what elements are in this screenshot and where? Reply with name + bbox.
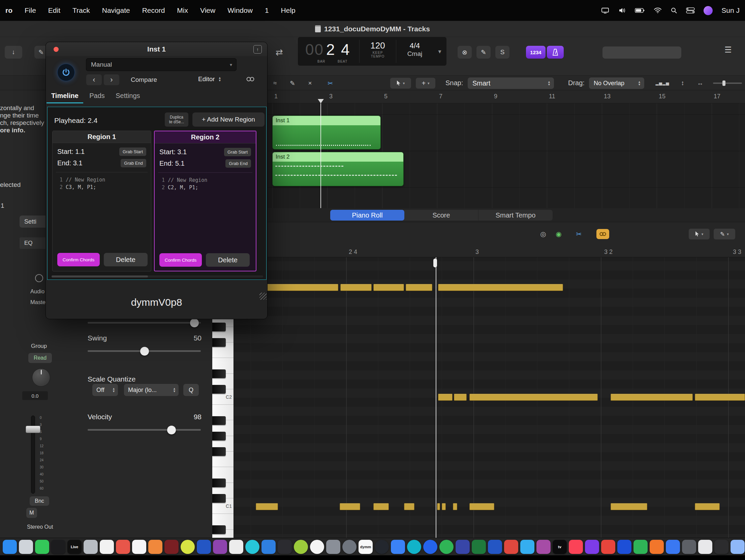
dock-icon[interactable] xyxy=(585,540,599,554)
midi-note[interactable] xyxy=(453,503,457,510)
dock-icon[interactable] xyxy=(229,540,243,554)
group-label[interactable]: Group xyxy=(31,343,47,350)
dock-icon[interactable] xyxy=(601,540,615,554)
lcd-chevron-icon[interactable]: ▾ xyxy=(433,37,446,66)
custom-control-pill[interactable] xyxy=(602,46,681,59)
midi-note[interactable] xyxy=(442,503,446,510)
user-avatar[interactable] xyxy=(704,6,713,15)
dock-icon[interactable] xyxy=(456,540,470,554)
confirm-chords-button[interactable]: Confirm Chords xyxy=(159,253,202,267)
snap-select[interactable]: Smart ▲▼ xyxy=(468,77,554,89)
menu-item[interactable]: Window xyxy=(227,6,253,14)
velocity-slider-track[interactable] xyxy=(88,429,201,431)
dock-icon[interactable] xyxy=(407,540,421,554)
volume-fader-cap[interactable] xyxy=(26,426,40,433)
midi-note[interactable] xyxy=(340,284,372,291)
dock-icon[interactable] xyxy=(342,540,356,554)
tracks-ruler[interactable]: 1357911131517 xyxy=(268,90,745,103)
scissors-icon[interactable]: ✂ xyxy=(324,78,336,88)
stereo-circle-icon[interactable] xyxy=(35,274,43,282)
grab-end-button[interactable]: Grab End xyxy=(225,159,251,168)
pr-ruler[interactable]: 2 433 23 3 xyxy=(234,246,745,257)
black-key[interactable] xyxy=(212,323,226,331)
bounce-button[interactable]: Bnc xyxy=(30,496,49,506)
playhead[interactable] xyxy=(320,103,321,208)
forward-button[interactable]: › xyxy=(104,74,119,85)
lcd-signature[interactable]: 4/4 Cmaj xyxy=(396,37,433,66)
pencil-icon[interactable]: ✎ xyxy=(286,78,299,88)
dock-icon[interactable] xyxy=(3,540,17,554)
black-key[interactable] xyxy=(212,525,226,534)
tab-smart-tempo[interactable]: Smart Tempo xyxy=(478,210,553,221)
circle-x-button[interactable]: ⊗ xyxy=(458,46,472,59)
midi-note[interactable] xyxy=(438,284,563,291)
browser-toggle-button[interactable]: ↓ xyxy=(5,46,22,59)
midi-note[interactable] xyxy=(695,394,745,401)
tab-timeline[interactable]: Timeline xyxy=(46,89,83,103)
dock-icon[interactable] xyxy=(520,540,534,554)
vertical-zoom-icon[interactable]: ↕ xyxy=(677,78,689,88)
black-key[interactable] xyxy=(212,416,226,425)
black-key[interactable] xyxy=(212,432,226,440)
h-scrollbar-handle[interactable] xyxy=(52,275,148,277)
swing-slider-knob[interactable] xyxy=(140,347,149,356)
menu-item[interactable]: Edit xyxy=(48,6,60,14)
solo-button[interactable]: S xyxy=(495,46,509,59)
tracks-area[interactable]: 1357911131517 Inst 1 Inst 2 xyxy=(268,90,745,208)
region-card-1[interactable]: Region 1 Start: 1.1 Grab Start End: 3.1 … xyxy=(52,131,151,271)
search-icon[interactable] xyxy=(671,7,677,14)
dock-icon[interactable] xyxy=(650,540,664,554)
secondary-tool-select[interactable]: +▾ xyxy=(416,78,435,89)
eq-slot[interactable]: EQ xyxy=(20,237,49,249)
dock-icon[interactable] xyxy=(19,540,33,554)
grab-start-button[interactable]: Grab Start xyxy=(224,148,251,156)
eraser-icon[interactable]: × xyxy=(304,78,316,88)
black-key[interactable] xyxy=(212,494,226,503)
midi-note[interactable] xyxy=(406,284,432,291)
dock-icon[interactable] xyxy=(245,540,259,554)
midi-note[interactable] xyxy=(611,503,647,510)
back-button[interactable]: ‹ xyxy=(86,74,102,85)
midi-note[interactable] xyxy=(469,503,494,510)
h-scrollbar-track[interactable] xyxy=(52,275,263,277)
menu-item[interactable]: Mix xyxy=(177,6,188,14)
pencil-button[interactable]: ✎ xyxy=(476,46,491,59)
midi-note[interactable] xyxy=(454,394,467,401)
drag-select[interactable]: No Overlap ▲▼ xyxy=(589,77,644,89)
menu-item[interactable]: 1 xyxy=(265,6,269,14)
wifi-icon[interactable] xyxy=(654,7,662,13)
tab-score[interactable]: Score xyxy=(404,210,478,221)
midi-in-icon[interactable]: ◉ xyxy=(553,228,565,240)
dock-icon[interactable] xyxy=(261,540,276,554)
dock-icon[interactable] xyxy=(35,540,49,554)
dock-icon[interactable] xyxy=(504,540,518,554)
region-code-editor[interactable]: 1// New Region 2C3, M, P1; xyxy=(55,176,148,191)
grab-start-button[interactable]: Grab Start xyxy=(119,147,146,156)
dock-icon[interactable] xyxy=(278,540,292,554)
midi-note[interactable] xyxy=(373,503,389,510)
midi-note[interactable] xyxy=(404,503,414,510)
dock-icon[interactable] xyxy=(714,540,728,554)
param-slider-knob[interactable] xyxy=(190,319,199,327)
pointer-tool-select[interactable]: ▾ xyxy=(390,78,411,89)
compare-button[interactable]: Compare xyxy=(131,76,157,84)
black-key[interactable] xyxy=(212,479,226,487)
battery-icon[interactable] xyxy=(635,8,645,13)
menu-item[interactable]: File xyxy=(25,6,36,14)
dock-icon[interactable] xyxy=(148,540,162,554)
view-selector[interactable]: Editor▲▼ xyxy=(198,75,221,83)
dock-icon[interactable] xyxy=(472,540,486,554)
grab-end-button[interactable]: Grab End xyxy=(121,159,146,167)
black-key[interactable] xyxy=(212,338,226,347)
dock-icon[interactable] xyxy=(731,540,745,554)
pr-playhead-marker[interactable] xyxy=(433,259,437,267)
menu-item[interactable]: Track xyxy=(72,6,90,14)
automation-read-button[interactable]: Read xyxy=(28,353,52,363)
pan-value[interactable]: 0.0 xyxy=(22,391,48,400)
list-view-icon[interactable]: ☰ xyxy=(724,45,732,55)
add-region-button[interactable]: + Add New Region xyxy=(192,112,265,127)
settings-button[interactable]: Setti xyxy=(20,216,49,228)
region-inst1[interactable]: Inst 1 xyxy=(272,116,381,150)
mute-button[interactable]: M xyxy=(26,508,37,518)
metronome-button[interactable] xyxy=(547,46,564,59)
